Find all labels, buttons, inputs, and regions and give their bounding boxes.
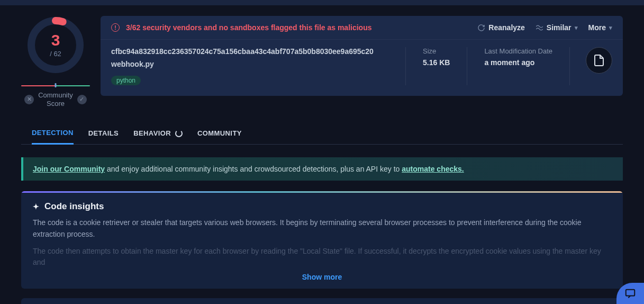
similar-label: Similar [547,23,572,32]
size-label: Size [423,47,450,55]
alert-row: ! 3/62 security vendors and no sandboxes… [101,16,623,40]
refresh-icon [477,24,485,32]
score-total: / 62 [50,50,61,58]
chat-icon [624,288,636,299]
modified-block: Last Modification Date a moment ago [479,47,558,85]
close-icon: ✕ [24,95,34,104]
divider [467,47,467,85]
modified-label: Last Modification Date [484,47,552,55]
more-button[interactable]: More ▾ [588,23,612,32]
divider [569,47,570,85]
file-name: webhook.py [111,60,394,68]
document-icon [593,54,605,67]
tab-details[interactable]: DETAILS [88,123,119,144]
tab-detection[interactable]: DETECTION [32,123,74,145]
tabs: DETECTION DETAILS BEHAVIOR COMMUNITY [21,123,623,145]
community-score-label: CommunityScore [38,91,73,108]
tab-community[interactable]: COMMUNITY [197,123,242,144]
similar-button[interactable]: Similar ▾ [536,23,578,32]
reputation-slider [21,84,90,87]
more-label: More [588,23,606,32]
insights-paragraph-2: The code then attempts to obtain the mas… [33,246,611,269]
alert-text: 3/62 security vendors and no sandboxes f… [126,23,477,32]
top-bar [0,0,644,5]
loading-spinner-icon [175,130,183,137]
reanalyze-label: Reanalyze [488,23,524,32]
modified-value: a moment ago [484,58,552,67]
tab-behavior[interactable]: BEHAVIOR [133,123,183,144]
detection-gauge: 3 / 62 [26,16,85,74]
similar-icon [536,24,543,31]
chevron-down-icon: ▾ [575,24,578,31]
community-banner: Join our Community and enjoy additional … [21,157,623,181]
community-score: ✕ CommunityScore ✓ [24,91,87,108]
score-sidebar: 3 / 62 ✕ CommunityScore ✓ [21,16,90,108]
show-more-button[interactable]: Show more [33,273,611,281]
sparkle-icon: ✦ [33,202,39,211]
join-community-link[interactable]: Join our Community [33,165,105,173]
threat-row: Popular threat label ! python Family lab… [21,298,623,304]
automate-checks-link[interactable]: automate checks. [402,165,464,173]
summary-card: ! 3/62 security vendors and no sandboxes… [101,16,623,96]
divider [405,47,406,85]
tag-python[interactable]: python [111,76,141,85]
file-hash: cfbc94a832918cc236357024c75a156cbaa43c4a… [111,47,394,56]
alert-icon: ! [111,23,120,32]
tab-behavior-label: BEHAVIOR [133,129,171,137]
svg-rect-2 [626,290,635,296]
code-insights-card: ✦ Code insights The code is a cookie ret… [21,191,623,289]
reanalyze-button[interactable]: Reanalyze [477,23,524,32]
file-type-icon [586,47,612,74]
size-value: 5.16 KB [423,58,450,67]
size-block: Size 5.16 KB [418,47,455,85]
chevron-down-icon: ▾ [609,24,612,31]
insights-title: Code insights [44,201,104,212]
score-number: 3 [51,32,60,48]
check-icon: ✓ [77,95,87,104]
banner-text: and enjoy additional community insights … [105,165,402,173]
insights-paragraph-1: The code is a cookie retriever or steale… [33,217,611,240]
